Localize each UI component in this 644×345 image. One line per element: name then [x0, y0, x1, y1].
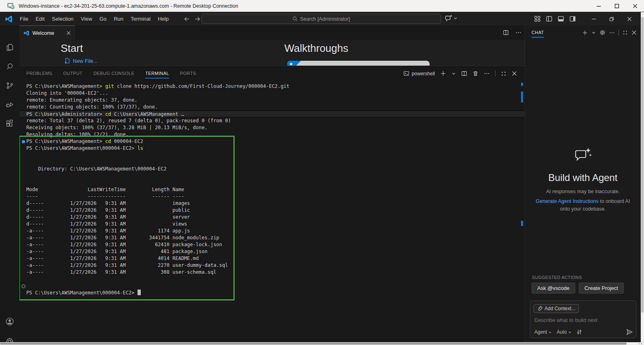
chat-more-actions-icon[interactable]: [609, 30, 615, 36]
terminal-line: d----- 1/27/2026 9:31 AM server: [19, 214, 525, 221]
chat-dropdown-icon[interactable]: [591, 30, 596, 35]
chat-tab[interactable]: CHAT: [532, 26, 544, 40]
toggle-panel-icon[interactable]: [557, 15, 564, 22]
toggle-secondary-sidebar-icon[interactable]: [569, 15, 576, 22]
tab-terminal[interactable]: TERMINAL: [145, 66, 169, 81]
agent-mode-picker[interactable]: Agent: [534, 329, 552, 335]
account-icon[interactable]: [5, 317, 15, 326]
terminal-line: remote: Total 37 (delta 2), reused 7 (de…: [19, 117, 525, 124]
terminal-line: Mode LastWriteTime Length Name: [19, 186, 525, 193]
tab-output[interactable]: OUTPUT: [63, 66, 83, 81]
new-file-link[interactable]: New File...: [64, 58, 97, 64]
model-picker[interactable]: Auto: [557, 329, 572, 335]
vscode-titlebar: File Edit Selection View Go Run Terminal…: [0, 12, 641, 26]
split-editor-icon[interactable]: [503, 30, 509, 36]
maximize-chat-icon[interactable]: [623, 30, 628, 35]
shell-label: powershell: [412, 71, 435, 77]
terminal-line: [19, 179, 525, 186]
go-back-icon[interactable]: [184, 16, 190, 22]
menu-run[interactable]: Run: [110, 14, 127, 24]
agent-mode-label: Agent: [534, 329, 547, 335]
terminal-output: PS C:\Users\AWSManagement> git clone htt…: [19, 83, 525, 296]
terminal-line: [19, 152, 525, 159]
vscode-close-button[interactable]: [621, 12, 638, 26]
terminal-line: d----- 1/27/2026 9:31 AM images: [19, 200, 525, 207]
tab-close-icon[interactable]: [66, 31, 71, 35]
customize-layout-icon[interactable]: [534, 15, 541, 22]
chat-input-box[interactable]: Add Context... Describe what to build ne…: [530, 300, 636, 338]
tab-debug-console[interactable]: DEBUG CONSOLE: [93, 66, 134, 81]
new-chat-icon[interactable]: [582, 30, 588, 36]
close-panel-icon[interactable]: [512, 71, 517, 76]
terminal-line: -a---- 1/27/2026 9:31 AM 2270 user-dummy…: [19, 262, 525, 269]
welcome-page: Start Walkthroughs New File... ★: [19, 40, 525, 66]
star-icon: ★: [289, 61, 293, 66]
extensions-icon[interactable]: [5, 119, 15, 128]
menu-edit[interactable]: Edit: [32, 14, 48, 24]
menu-help[interactable]: Help: [154, 14, 172, 24]
terminal-line: Receiving objects: 100% (37/37), 3.28 Mi…: [19, 124, 525, 131]
rdp-maximize-button[interactable]: [608, 0, 626, 12]
terminal-dropdown-icon[interactable]: [451, 71, 456, 76]
start-heading: Start: [61, 42, 83, 55]
menu-terminal[interactable]: Terminal: [127, 14, 154, 24]
terminal-instance[interactable]: powershell: [403, 70, 435, 77]
terminal-line: -a---- 1/27/2026 9:31 AM 3441754 node_mo…: [19, 234, 525, 241]
send-icon[interactable]: [626, 329, 633, 335]
activity-bar: [0, 26, 19, 342]
go-forward-icon[interactable]: [194, 16, 201, 22]
new-terminal-icon[interactable]: [440, 70, 446, 77]
scrollbar-thumb[interactable]: [0, 343, 627, 345]
tab-ports[interactable]: PORTS: [180, 66, 196, 81]
menu-selection[interactable]: Selection: [48, 14, 77, 24]
explorer-icon[interactable]: [5, 43, 15, 52]
run-and-debug-icon[interactable]: [5, 100, 15, 109]
chat-settings-gear-icon[interactable]: [600, 30, 606, 36]
terminal-viewport[interactable]: PS C:\Users\AWSManagement> git clone htt…: [19, 81, 525, 343]
terminal-line: -a---- 1/27/2026 9:31 AM 1174 app.js: [19, 228, 525, 234]
vscode-restore-button[interactable]: [603, 12, 621, 26]
menu-view[interactable]: View: [77, 14, 96, 24]
rdp-vertical-scrollbar[interactable]: [641, 12, 644, 342]
terminal-line: Cloning into '000004-EC2'...: [19, 90, 525, 97]
terminal-line: Resolving deltas: 100% (2/2), done.: [19, 131, 525, 138]
create-project-button[interactable]: Create Project: [579, 283, 624, 294]
overview-ruler-mark: [521, 92, 523, 102]
terminal-line: PS C:\Users\AWSManagement> git clone htt…: [19, 83, 525, 90]
generate-instructions-link[interactable]: Generate Agent Instructions: [536, 198, 599, 204]
walkthrough-card[interactable]: ★: [287, 61, 430, 66]
search-icon[interactable]: [5, 62, 15, 71]
editor-tab-strip: Welcome: [19, 26, 525, 40]
chat-sparkle-icon: [574, 147, 592, 164]
tab-welcome[interactable]: Welcome: [19, 26, 75, 40]
rdp-minimize-button[interactable]: [589, 0, 608, 12]
terminal-line: [19, 172, 525, 179]
kill-terminal-icon[interactable]: [472, 70, 479, 77]
add-context-label: Add Context...: [544, 306, 575, 311]
copilot-menu[interactable]: [445, 14, 458, 22]
close-chat-icon[interactable]: [631, 30, 637, 35]
rdp-horizontal-scrollbar[interactable]: [0, 342, 644, 345]
copilot-chat-icon: [445, 14, 453, 22]
toggle-primary-sidebar-icon[interactable]: [546, 15, 553, 22]
vscode-minimize-button[interactable]: [585, 12, 603, 26]
menu-go[interactable]: Go: [96, 14, 110, 24]
menu-file[interactable]: File: [16, 14, 32, 24]
tab-label: Welcome: [32, 30, 54, 36]
command-center-search[interactable]: Search [Administrator]: [201, 14, 441, 24]
source-control-icon[interactable]: [5, 81, 15, 90]
add-context-button[interactable]: Add Context...: [534, 304, 579, 313]
tab-problems[interactable]: PROBLEMS: [26, 66, 52, 81]
divider: [619, 30, 619, 36]
more-actions-icon[interactable]: [515, 30, 521, 36]
scrollbar-thumb[interactable]: [641, 17, 644, 313]
ask-vscode-button[interactable]: Ask @vscode: [532, 283, 575, 294]
rdp-close-button[interactable]: [626, 0, 644, 12]
terminal-line: PS C:\Users\AWSManagement> cd 000004-EC2: [19, 138, 525, 145]
maximize-panel-icon[interactable]: [501, 71, 506, 77]
tools-icon[interactable]: [576, 329, 582, 335]
overview-ruler-mark: [521, 221, 523, 226]
split-terminal-icon[interactable]: [461, 70, 467, 77]
panel-more-actions-icon[interactable]: [484, 70, 490, 77]
terminal-line: d----- 1/27/2026 9:31 AM public: [19, 207, 525, 214]
